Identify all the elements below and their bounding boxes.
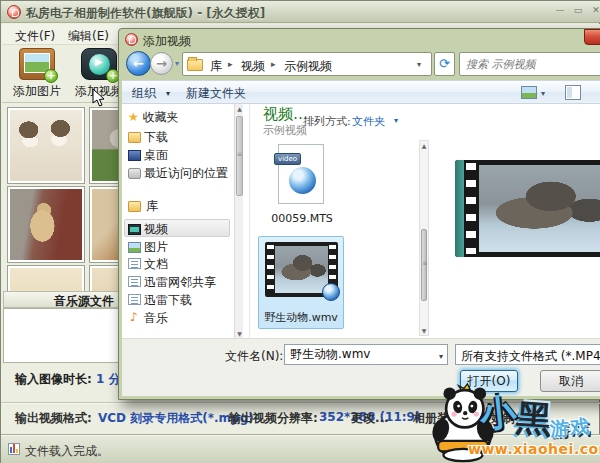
filmstrip-holes: [466, 163, 476, 254]
status-text: 文件载入完成。: [25, 443, 109, 460]
dialog-titlebar[interactable]: 添加视频 ✕: [122, 32, 600, 50]
sidebar-scrollbar[interactable]: ▲ ≡ ▼: [234, 104, 243, 338]
start-make-button[interactable]: 开始制作: [479, 410, 527, 427]
labrador-photo: [10, 189, 82, 260]
add-picture-button[interactable]: + 添加图片: [7, 48, 67, 100]
music-note-icon: ♪: [130, 310, 138, 324]
music-source-list[interactable]: [3, 308, 120, 363]
search-box[interactable]: [459, 52, 600, 76]
photo-thumbnail-puppies[interactable]: [7, 107, 85, 184]
scroll-down-icon[interactable]: ▼: [420, 327, 428, 334]
back-button[interactable]: ←: [126, 51, 151, 76]
sidebar-item-label: 视频: [144, 222, 168, 236]
file-name: 野生动物.wmv: [259, 310, 343, 325]
preview-filmstrip: [455, 160, 600, 257]
output-settings-row: 输出视频格式: VCD 刻录专用格式(*.mpg) 输出视频分辨率: 352*2…: [1, 402, 600, 434]
app-icon: [7, 5, 21, 19]
video-badge: video: [274, 153, 301, 165]
preview-pane-icon[interactable]: [565, 85, 581, 100]
scrollbar-grip-icon: ≡: [235, 150, 244, 157]
forward-button[interactable]: →: [150, 52, 173, 75]
star-icon: ★: [128, 110, 139, 124]
dialog-close-button[interactable]: ✕: [584, 29, 600, 45]
sidebar-item-documents[interactable]: 文档: [144, 256, 168, 273]
file-item-mts[interactable]: video 00059.MTS: [263, 140, 341, 236]
seal-video-frame: [275, 246, 328, 293]
scroll-up-icon[interactable]: ▲: [235, 105, 244, 112]
album-decorate-button[interactable]: 相册装饰: [413, 410, 461, 427]
music-source-header: 音乐源文件: [3, 291, 120, 308]
player-swirl-icon: [322, 283, 340, 301]
sidebar-group-libraries[interactable]: 库: [128, 198, 158, 215]
arrange-by-value[interactable]: 文件夹: [352, 114, 385, 129]
app-title: 私房电子相册制作软件(旗舰版) - [永久授权]: [26, 5, 265, 22]
folder-icon: [187, 59, 203, 71]
sidebar-item-videos[interactable]: 视频: [144, 221, 168, 238]
sidebar-item-label: 图片: [144, 240, 168, 254]
add-video-dialog: 添加视频 ✕ ← → ▾ 库 ▸ 视频 ▸ 示例视频 ▾ ⟳: [118, 28, 600, 400]
search-input[interactable]: [460, 53, 600, 75]
filetype-combo[interactable]: 所有支持文件格式 (*.MP4;*.AV: [455, 344, 600, 365]
dialog-command-bar: 组织 ▾ 新建文件夹 ▾: [122, 80, 600, 104]
filmstrip-holes: [267, 245, 274, 294]
breadcrumb-sample-videos[interactable]: 示例视频: [284, 58, 332, 75]
screen: 私房电子相册制作软件(旗舰版) - [永久授权] — ▭ ✕ 文件(F) 编辑(…: [0, 0, 600, 463]
breadcrumb-libraries[interactable]: 库: [210, 58, 222, 75]
recent-places-icon: [128, 168, 141, 179]
scroll-up-icon[interactable]: ▲: [420, 142, 428, 149]
main-titlebar[interactable]: 私房电子相册制作软件(旗舰版) - [永久授权] — ▭ ✕: [1, 1, 600, 23]
dialog-title: 添加视频: [143, 33, 191, 50]
sidebar-item-label: 最近访问的位置: [144, 166, 228, 180]
puppies-photo: [10, 110, 82, 181]
scroll-down-icon[interactable]: ▼: [235, 330, 244, 337]
mouse-cursor: [92, 88, 106, 111]
chevron-down-icon: ▾: [166, 89, 170, 98]
library-header-subtitle: 示例视频: [263, 123, 307, 138]
sidebar-item-downloads[interactable]: 下载: [144, 129, 168, 146]
minimize-button[interactable]: —: [552, 5, 568, 18]
sidebar-item-label: 桌面: [144, 148, 168, 162]
close-button[interactable]: ✕: [588, 5, 600, 18]
open-button[interactable]: 打开(O): [460, 370, 518, 392]
breadcrumb-videos[interactable]: 视频: [241, 58, 265, 75]
libraries-label: 库: [146, 199, 158, 213]
plus-icon: +: [44, 69, 58, 83]
new-folder-button[interactable]: 新建文件夹: [186, 85, 246, 102]
add-picture-label: 添加图片: [7, 83, 67, 100]
cancel-button[interactable]: 取消: [540, 370, 600, 392]
sidebar-group-favorites[interactable]: ★ 收藏夹: [128, 109, 179, 126]
sidebar-item-thunder-share[interactable]: 迅雷网邻共享: [144, 274, 216, 291]
sidebar-item-desktop[interactable]: 桌面: [144, 147, 168, 164]
filename-label: 文件名(N):: [225, 348, 283, 365]
file-item-wmv-selected[interactable]: 野生动物.wmv: [258, 236, 344, 329]
photo-thumbnail-labrador[interactable]: [7, 186, 85, 263]
sidebar-item-music[interactable]: ♪ 音乐: [144, 310, 168, 327]
chevron-down-icon[interactable]: ▾: [541, 89, 545, 98]
refresh-button[interactable]: ⟳: [434, 52, 455, 76]
sidebar-item-recent-places[interactable]: 最近访问的位置: [144, 165, 228, 182]
views-icon[interactable]: [521, 86, 537, 99]
statusbar: 文件载入完成。: [1, 434, 600, 463]
history-dropdown-icon[interactable]: ▾: [175, 59, 179, 68]
maximize-button[interactable]: ▭: [570, 5, 586, 18]
file-list-scrollbar[interactable]: ▲ ≡ ▼: [419, 140, 429, 336]
filename-input[interactable]: [285, 345, 427, 364]
seal-preview-frame: [479, 165, 600, 252]
filename-combo[interactable]: ▾: [284, 344, 448, 365]
address-bar[interactable]: 库 ▸ 视频 ▸ 示例视频 ▾: [182, 52, 432, 76]
menu-edit[interactable]: 编辑(E): [64, 27, 113, 46]
chevron-down-icon[interactable]: ▾: [394, 116, 398, 125]
change-button[interactable]: 更改...: [351, 410, 389, 427]
sidebar-item-label: 迅雷下载: [144, 293, 192, 307]
menu-file[interactable]: 文件(F): [11, 27, 59, 46]
sidebar-item-pictures[interactable]: 图片: [144, 239, 168, 256]
output-resolution-label: 输出视频分辨率:: [229, 410, 318, 427]
address-dropdown-icon[interactable]: ▾: [417, 60, 421, 69]
sidebar-item-thunder-downloads[interactable]: 迅雷下载: [144, 292, 192, 309]
chevron-down-icon[interactable]: ▾: [439, 352, 443, 361]
organize-menu[interactable]: 组织: [132, 85, 156, 102]
status-chart-icon: [8, 443, 20, 455]
add-picture-icon: +: [19, 48, 55, 80]
add-video-icon: +: [81, 48, 117, 80]
sidebar-item-label: 音乐: [144, 311, 168, 325]
